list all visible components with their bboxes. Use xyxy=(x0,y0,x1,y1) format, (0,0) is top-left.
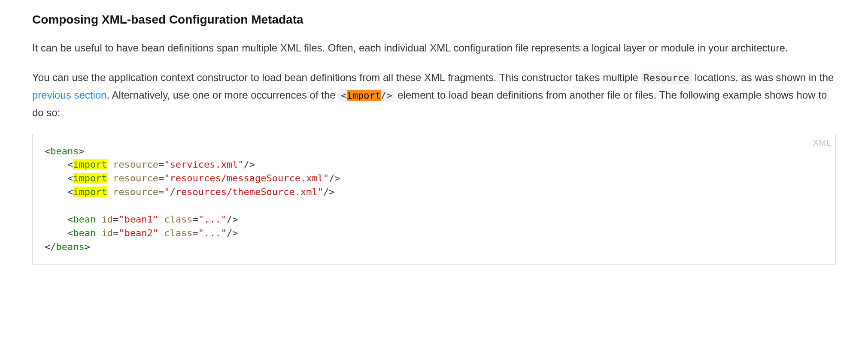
resource-val-3: "/resources/themeSource.xml" xyxy=(164,187,323,197)
inline-code-resource: Resource xyxy=(641,72,692,84)
beans-close-tag: beans xyxy=(56,241,85,252)
bean1-id-val: "bean1" xyxy=(118,214,158,225)
class-val-1: "..." xyxy=(198,214,227,225)
paragraph-2: You can use the application context cons… xyxy=(32,69,836,121)
highlight-import-orange: import xyxy=(347,90,381,101)
resource-val-2: "resources/messageSource.xml" xyxy=(164,173,329,184)
bean-tag-1: bean xyxy=(73,214,96,225)
para2-text-b: locations, as was shown in the xyxy=(692,72,834,83)
id-attr-1: id xyxy=(101,214,113,225)
doc-page: Composing XML-based Configuration Metada… xyxy=(0,0,868,337)
id-attr-2: id xyxy=(101,228,113,238)
resource-attr-2: resource xyxy=(113,173,158,184)
paragraph-1: It can be useful to have bean definition… xyxy=(32,39,836,57)
code-language-badge: XML xyxy=(813,137,831,149)
import-tag-hl-1: import xyxy=(73,159,107,170)
para2-text-a: You can use the application context cons… xyxy=(32,72,641,83)
code-listing: XML <beans> <import resource="services.x… xyxy=(32,134,836,265)
import-tag-hl-2: import xyxy=(73,173,107,184)
resource-attr-1: resource xyxy=(113,159,158,170)
section-heading: Composing XML-based Configuration Metada… xyxy=(32,12,836,27)
resource-val-1: "services.xml" xyxy=(164,159,243,170)
previous-section-link[interactable]: previous section xyxy=(32,89,106,101)
code-block: <beans> <import resource="services.xml"/… xyxy=(45,144,823,254)
beans-open-tag: beans xyxy=(50,146,79,156)
resource-attr-3: resource xyxy=(113,187,158,197)
class-attr-2: class xyxy=(164,228,192,238)
bean2-id-val: "bean2" xyxy=(118,228,158,238)
bean-tag-2: bean xyxy=(73,228,96,238)
class-val-2: "..." xyxy=(198,228,227,238)
import-tag-hl-3: import xyxy=(73,187,107,197)
para2-text-c: . Alternatively, use one or more occurre… xyxy=(106,89,338,101)
inline-code-import: <import/> xyxy=(338,89,395,102)
angle-close: /> xyxy=(381,90,392,101)
angle-open: < xyxy=(341,90,346,101)
class-attr-1: class xyxy=(164,214,192,225)
